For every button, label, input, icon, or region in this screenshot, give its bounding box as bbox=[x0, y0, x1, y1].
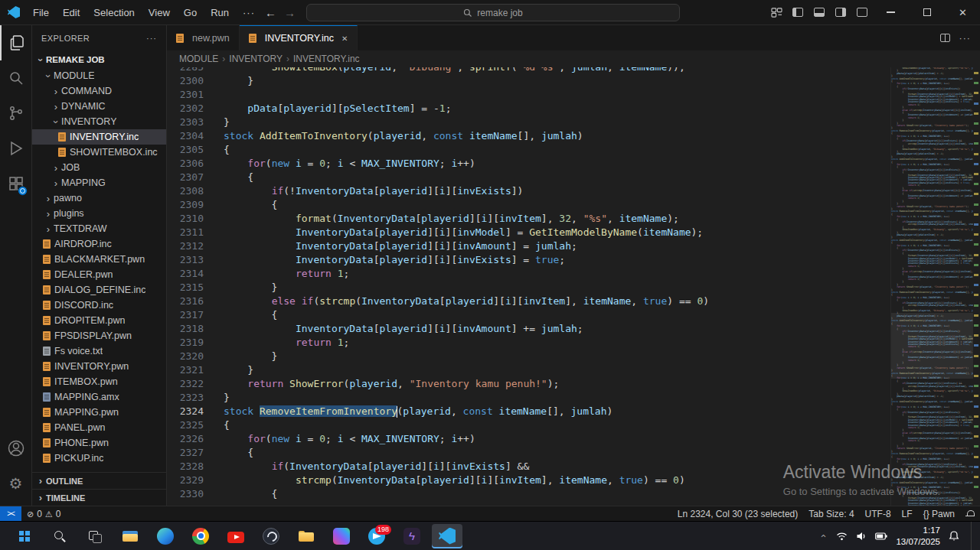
code-line[interactable]: 2320 } bbox=[167, 350, 890, 363]
taskbar-vscode[interactable] bbox=[432, 524, 462, 548]
tree-item-showitembox-inc[interactable]: SHOWITEMBOX.inc bbox=[32, 145, 166, 160]
taskbar-telegram[interactable]: 198 bbox=[361, 524, 392, 548]
line-number[interactable]: 2327 bbox=[167, 446, 204, 460]
editor-more-icon[interactable] bbox=[959, 33, 972, 44]
taskbar-photos[interactable] bbox=[326, 524, 357, 548]
code-line[interactable]: 2285 ShowItemBox(playerid, "Dibuang", sp… bbox=[167, 67, 890, 74]
toggle-primary-sidebar-icon[interactable] bbox=[788, 2, 808, 22]
line-number[interactable]: 2324 bbox=[167, 405, 204, 418]
line-number[interactable]: 2311 bbox=[167, 226, 204, 239]
tree-item-fpsdisplay-pwn[interactable]: FPSDISPLAY.pwn bbox=[32, 328, 166, 343]
code-line[interactable]: 2315 } bbox=[167, 281, 890, 295]
code-line[interactable]: 2319 return 1; bbox=[167, 336, 890, 350]
line-number[interactable]: 2321 bbox=[167, 363, 204, 377]
taskbar-folder[interactable] bbox=[291, 524, 322, 548]
tree-item-textdraw[interactable]: TEXTDRAW bbox=[32, 221, 166, 236]
code-line[interactable]: 2322 return ShowError(playerid, "Invento… bbox=[167, 377, 890, 391]
code-line[interactable]: 2330 { bbox=[167, 487, 890, 501]
line-number[interactable]: 2310 bbox=[167, 212, 204, 226]
settings-gear-icon[interactable]: ⚙ bbox=[0, 466, 32, 501]
line-number[interactable]: 2304 bbox=[167, 129, 204, 143]
code-line[interactable]: 2317 { bbox=[167, 308, 890, 322]
tree-item-pawno[interactable]: pawno bbox=[32, 190, 166, 206]
toggle-panel-icon[interactable] bbox=[809, 2, 829, 22]
notification-center-icon[interactable] bbox=[949, 531, 959, 541]
code-line[interactable]: 2327 { bbox=[167, 446, 890, 460]
line-number[interactable]: 2285 bbox=[167, 67, 204, 74]
tree-item-job[interactable]: JOB bbox=[32, 160, 166, 175]
menu-file[interactable]: File bbox=[26, 0, 56, 25]
remote-indicator[interactable]: >< bbox=[0, 506, 21, 521]
tree-item-module[interactable]: MODULE bbox=[32, 68, 166, 83]
explorer-more-icon[interactable] bbox=[146, 34, 157, 43]
breadcrumb-item[interactable]: INVENTORY bbox=[229, 54, 283, 64]
volume-icon[interactable] bbox=[856, 532, 867, 541]
run-debug-icon[interactable] bbox=[0, 131, 32, 166]
outline-section[interactable]: OUTLINE bbox=[32, 472, 166, 489]
cursor-position[interactable]: Ln 2324, Col 30 (23 selected) bbox=[672, 509, 803, 519]
taskbar-obs[interactable] bbox=[256, 524, 286, 548]
tree-item-inventory-pwn[interactable]: INVENTORY.pwn bbox=[32, 359, 166, 374]
profile-grid-icon[interactable] bbox=[766, 2, 786, 22]
overview-ruler[interactable] bbox=[973, 67, 980, 506]
line-number[interactable]: 2322 bbox=[167, 377, 204, 391]
tab-inventory-inc[interactable]: INVENTORY.inc bbox=[240, 25, 358, 50]
language-mode[interactable]: {} Pawn bbox=[918, 509, 960, 519]
code-line[interactable]: 2316 else if(strcmp(InventoryData[player… bbox=[167, 295, 890, 308]
line-number[interactable]: 2305 bbox=[167, 143, 204, 157]
line-number[interactable]: 2308 bbox=[167, 184, 204, 198]
line-number[interactable]: 2325 bbox=[167, 418, 204, 432]
line-number[interactable]: 2328 bbox=[167, 460, 204, 474]
taskbar-edge[interactable] bbox=[150, 524, 181, 548]
line-number[interactable]: 2318 bbox=[167, 322, 204, 336]
code-line[interactable]: 2313 InventoryData[playerid][i][invExist… bbox=[167, 253, 890, 267]
menu-overflow-icon[interactable] bbox=[236, 0, 262, 25]
menu-selection[interactable]: Selection bbox=[87, 0, 141, 25]
code-line[interactable]: 2325{ bbox=[167, 418, 890, 432]
minimize-button[interactable] bbox=[874, 0, 908, 25]
minimap-slider[interactable] bbox=[891, 313, 973, 379]
notifications-icon[interactable] bbox=[960, 509, 980, 519]
code-line[interactable]: 2302 pData[playerid][pSelectItem] = -1; bbox=[167, 102, 890, 116]
code-line[interactable]: 2309 { bbox=[167, 198, 890, 212]
code-line[interactable]: 2308 if(!InventoryData[playerid][i][invE… bbox=[167, 184, 890, 198]
source-control-icon[interactable] bbox=[0, 96, 32, 131]
problems-status[interactable]: 0 0 bbox=[21, 509, 66, 519]
line-number[interactable]: 2315 bbox=[167, 281, 204, 295]
code-line[interactable]: 2324stock RemoveItemFromInventory(player… bbox=[167, 405, 890, 418]
line-number[interactable]: 2309 bbox=[167, 198, 204, 212]
search-box[interactable]: remake job bbox=[306, 4, 680, 21]
tree-item-fs-voice-txt[interactable]: Fs voice.txt bbox=[32, 343, 166, 359]
code-line[interactable]: 2314 return 1; bbox=[167, 267, 890, 281]
line-number[interactable]: 2314 bbox=[167, 267, 204, 281]
code-line[interactable]: 2303} bbox=[167, 116, 890, 129]
breadcrumb-item[interactable]: INVENTORY.inc bbox=[293, 54, 360, 64]
tree-item-itembox-pwn[interactable]: ITEMBOX.pwn bbox=[32, 374, 166, 389]
code-line[interactable]: 2305{ bbox=[167, 143, 890, 157]
code-line[interactable]: 2312 InventoryData[playerid][i][invAmoun… bbox=[167, 239, 890, 253]
line-number[interactable]: 2313 bbox=[167, 253, 204, 267]
code-line[interactable]: 2304stock AddItemToInventory(playerid, c… bbox=[167, 129, 890, 143]
line-number[interactable]: 2302 bbox=[167, 102, 204, 116]
line-number[interactable]: 2323 bbox=[167, 391, 204, 405]
tree-root-remake-job[interactable]: REMAKE JOB bbox=[32, 51, 166, 68]
menu-view[interactable]: View bbox=[142, 0, 177, 25]
taskbar-task-view[interactable] bbox=[80, 524, 110, 548]
tree-item-airdrop-inc[interactable]: AIRDROP.inc bbox=[32, 236, 166, 252]
tree-item-dynamic[interactable]: DYNAMIC bbox=[32, 99, 166, 114]
line-number[interactable]: 2312 bbox=[167, 239, 204, 253]
battery-icon[interactable] bbox=[875, 532, 887, 540]
taskbar-zap[interactable] bbox=[397, 524, 427, 548]
tree-item-plugins[interactable]: plugins bbox=[32, 206, 166, 221]
tree-item-mapping-pwn[interactable]: MAPPING.pwn bbox=[32, 405, 166, 420]
tree-item-discord-inc[interactable]: DISCORD.inc bbox=[32, 298, 166, 313]
search-sidebar-icon[interactable] bbox=[0, 60, 32, 96]
line-number[interactable]: 2303 bbox=[167, 116, 204, 129]
customize-layout-icon[interactable] bbox=[852, 2, 872, 22]
back-icon[interactable]: ← bbox=[265, 6, 276, 19]
code-line[interactable]: 2328 if(InventoryData[playerid][i][invEx… bbox=[167, 460, 890, 474]
tab-new-pwn[interactable]: new.pwn bbox=[167, 25, 240, 50]
breadcrumb-item[interactable]: MODULE bbox=[179, 54, 218, 64]
code-line[interactable]: 2310 format(InventoryData[playerid][i][i… bbox=[167, 212, 890, 226]
tree-item-dropitem-pwn[interactable]: DROPITEM.pwn bbox=[32, 313, 166, 328]
